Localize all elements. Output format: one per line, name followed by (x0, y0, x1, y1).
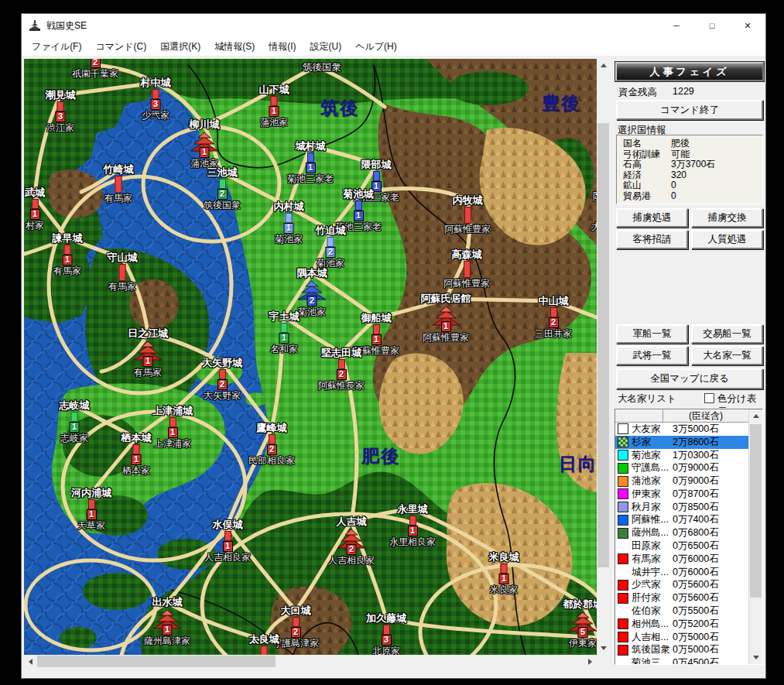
close-button[interactable]: ✕ (730, 14, 765, 37)
castle-大口城[interactable]: 大口城2守護島津家 (272, 605, 319, 649)
castle-阿蘇氏居館[interactable]: 阿蘇氏居館1阿蘇惟豊家 (421, 293, 471, 343)
prisoner-treatment-button[interactable]: 捕虜処遇 (616, 208, 688, 228)
castle-志岐城[interactable]: 志岐城1志岐家 (60, 400, 90, 444)
map-text-label: 大 (591, 221, 597, 234)
back-to-national-map-button[interactable]: 全国マップに戻る (616, 368, 763, 389)
castle-name: 諫早城 (53, 233, 83, 244)
castle-三池城[interactable]: 三池城2筑後国衆 (204, 167, 241, 211)
horizontal-scroll-thumb[interactable] (37, 656, 276, 667)
clan-koku: 0万6500石 (673, 539, 719, 553)
castle-柳川城[interactable]: 柳川城1蒲池家 (189, 119, 220, 169)
castle-内村城[interactable]: 内村城1菊池家 (274, 201, 304, 245)
list-scroll-up-icon[interactable] (749, 409, 762, 423)
daimyo-row-佐伯家[interactable]: 佐伯家0万5500石 (615, 605, 749, 618)
daimyo-list[interactable]: (臣従含) 大友家3万5000石杉家2万8600石菊池家1万0300石守護島..… (615, 409, 763, 665)
castle-人吉城[interactable]: 人吉城2人吉相良家 (328, 516, 375, 566)
scroll-left-arrow-icon[interactable] (24, 655, 37, 668)
castle-竹崎城[interactable]: 竹崎城有馬家 (104, 164, 134, 204)
vertical-scroll-thumb[interactable] (597, 123, 609, 567)
castle-竹迫城[interactable]: 竹迫城2菊池家 (316, 225, 346, 269)
maximize-button[interactable]: □ (694, 14, 730, 37)
castle-栖本城[interactable]: 栖本城1栖本家 (122, 433, 152, 476)
menu-item-file[interactable]: ファイル(F) (25, 37, 88, 56)
castle-城村城[interactable]: 城村城1菊池三家老 (287, 141, 334, 184)
castle-鷹峰城[interactable]: 鷹峰城2民部相良家 (248, 423, 295, 466)
castle-米良城[interactable]: 米良城1米良家 (489, 552, 519, 595)
castle-内牧城[interactable]: 内牧城阿蘇惟豊家 (444, 195, 491, 235)
daimyo-row-守護島...[interactable]: 守護島...0万9000石 (615, 461, 749, 474)
list-scroll-thumb[interactable] (750, 424, 762, 598)
list-scrollbar[interactable] (748, 409, 762, 664)
daimyo-row-阿蘇惟...[interactable]: 阿蘇惟...0万7400石 (615, 514, 749, 527)
list-scroll-down-icon[interactable] (749, 651, 762, 664)
warship-list-button[interactable]: 軍船一覧 (616, 324, 688, 344)
castle-諫早城[interactable]: 諫早城1有馬家 (53, 233, 83, 276)
castle-水俣城[interactable]: 水俣城1人吉相良家 (204, 519, 251, 563)
castle-日之江城[interactable]: 日之江城1有馬家 (128, 328, 168, 378)
menu-item-help[interactable]: ヘルプ(H) (348, 37, 404, 56)
daimyo-row-肝付家[interactable]: 肝付家0万5600石 (615, 591, 749, 605)
castle-banner-icon (219, 179, 226, 189)
castle-武城[interactable]: 武城1村家 (25, 187, 45, 231)
castle-隅本城[interactable]: 隅本城2菊池家 (296, 268, 327, 317)
prisoner-exchange-button[interactable]: 捕虜交換 (691, 208, 763, 228)
castle-marker-icon: 1 (499, 563, 509, 584)
menu-item-settings[interactable]: 設定(U) (303, 37, 349, 56)
daimyo-row-少弐家[interactable]: 少弐家0万5600石 (615, 579, 749, 592)
castle-加久藤城[interactable]: 加久藤城3北原家 (366, 613, 406, 655)
color-code-checkbox[interactable] (704, 393, 714, 403)
daimyo-row-杉家[interactable]: 杉家2万8600石 (615, 436, 749, 449)
castle-河内浦城[interactable]: 河内浦城1天草家 (71, 488, 111, 531)
castle-堅志田城[interactable]: 堅志田城2阿蘇惟長家 (318, 348, 365, 391)
daimyo-row-田原家[interactable]: 田原家0万6500石 (615, 539, 749, 553)
castle-marker-icon: 1 (189, 131, 220, 152)
castle-出水城[interactable]: 出水城1薩州島津家 (144, 597, 190, 646)
castle-中山城[interactable]: 中山城2三田井家 (535, 296, 572, 339)
daimyo-row-伊東家[interactable]: 伊東家0万8700石 (615, 488, 749, 501)
map-vertical-scrollbar[interactable] (597, 59, 610, 655)
map-horizontal-scrollbar[interactable] (24, 655, 597, 668)
castle-村中城[interactable]: 村中城3少弐家 (141, 77, 171, 121)
daimyo-row-蒲池家[interactable]: 蒲池家0万9000石 (615, 474, 749, 488)
daimyo-row-薩州島...[interactable]: 薩州島...0万6800石 (615, 526, 749, 539)
castle-都於郡城[interactable]: 都於郡城5伊東家 (563, 599, 597, 649)
castle-守山城[interactable]: 守山城有馬家 (108, 252, 138, 292)
daimyo-row-相州島...[interactable]: 相州島...0万5200石 (615, 618, 749, 631)
scroll-down-arrow-icon[interactable] (597, 642, 610, 655)
minimize-button[interactable]: ─ (659, 14, 694, 37)
end-command-button[interactable]: コマンド終了 (616, 100, 763, 120)
menu-item-command[interactable]: コマンド(C) (88, 37, 153, 56)
castle-大矢野城[interactable]: 大矢野城2大矢野家 (202, 358, 242, 401)
castle-宇土城[interactable]: 宇土城1名和家 (269, 311, 300, 354)
daimyo-row-菊池家[interactable]: 菊池家1万0300石 (615, 449, 749, 462)
castle-祇園千葉家[interactable]: 2祇園千葉家 (72, 59, 118, 79)
daimyo-row-筑後国衆[interactable]: 筑後国衆0万5000石 (615, 644, 749, 657)
daimyo-row-大友家[interactable]: 大友家3万5000石 (615, 423, 749, 436)
daimyo-row-城井宇...[interactable]: 城井宇...0万6000石 (615, 566, 749, 579)
hostage-treatment-button[interactable]: 人質処遇 (691, 230, 763, 249)
map-viewport[interactable]: 筑後豊後肥後日向筑後国衆岡大2祇園千葉家村中城3少弐家潮見城3渋江家山下城1蒲池… (24, 59, 597, 655)
daimyo-row-有馬家[interactable]: 有馬家0万6000石 (615, 553, 749, 566)
general-list-button[interactable]: 武将一覧 (616, 346, 688, 365)
castle-name: 城村城 (296, 141, 326, 152)
daimyo-row-菊池三...[interactable]: 菊池三...0万4500石 (615, 656, 749, 665)
castle-clan-label: 阿蘇惟豊家 (423, 333, 469, 343)
menu-item-castle-info[interactable]: 城情報(S) (207, 37, 262, 56)
scroll-up-arrow-icon[interactable] (597, 59, 610, 72)
info-row: 国名肥後 (617, 139, 762, 149)
castle-山下城[interactable]: 山下城1蒲池家 (259, 84, 289, 128)
castle-永里城[interactable]: 永里城1永里相良家 (389, 504, 436, 547)
castle-潮見城[interactable]: 潮見城3渋江家 (46, 90, 76, 133)
menu-item-info[interactable]: 情報(I) (262, 37, 303, 56)
castle-banner-icon (261, 646, 268, 655)
castle-高森城[interactable]: 高森城阿蘇惟豊家 (443, 249, 490, 289)
scroll-right-arrow-icon[interactable] (584, 655, 597, 668)
daimyo-row-秋月家[interactable]: 秋月家0万8500石 (615, 501, 749, 514)
menu-item-country-select[interactable]: 国選択(K) (153, 37, 207, 56)
trade-ship-list-button[interactable]: 交易船一覧 (691, 324, 763, 344)
daimyo-list-button[interactable]: 大名家一覧 (691, 346, 763, 365)
daimyo-row-人吉相...[interactable]: 人吉相...0万5000石 (615, 631, 749, 644)
castle-太良城[interactable]: 太良城1 (249, 634, 279, 655)
castle-上津浦城[interactable]: 上津浦城1上津浦家 (152, 406, 193, 449)
guest-general-invite-button[interactable]: 客将招請 (616, 230, 688, 249)
